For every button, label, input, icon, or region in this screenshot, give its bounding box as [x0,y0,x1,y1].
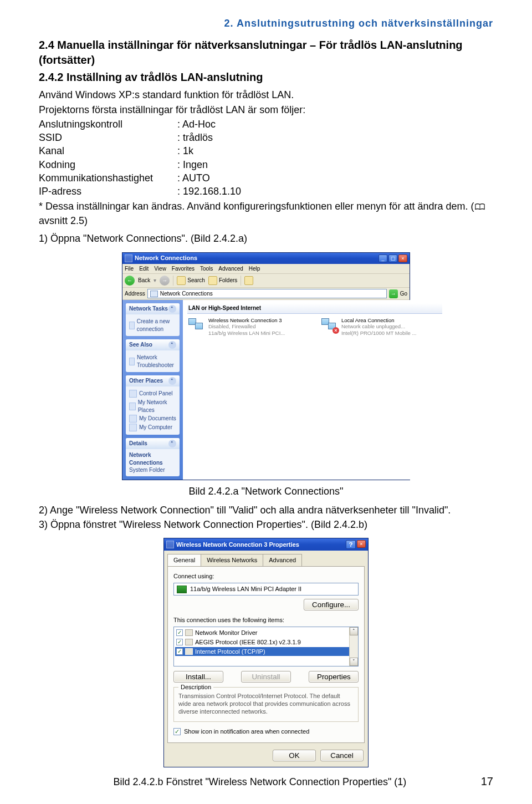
connection-adapter: 11a/b/g Wireless LAN Mini PCI... [208,330,285,337]
list-item[interactable]: ✓ Network Monitor Driver [175,628,357,638]
show-icon-label: Show icon in notification area when conn… [184,727,309,736]
help-button[interactable]: ? [346,540,356,549]
setting-label: Kodning [39,158,177,171]
tab-wireless-networks[interactable]: Wireless Networks [201,554,263,566]
menu-file[interactable]: File [125,265,134,273]
protocol-icon [185,639,193,645]
settings-table: Anslutningskontroll: Ad-Hoc SSID: trådlö… [39,118,493,199]
close-button[interactable]: × [398,255,407,262]
folders-button[interactable]: Folders [208,276,237,285]
step-2: 2) Ange "Wireless Network Connection" ti… [39,503,493,517]
forward-button[interactable]: → [160,276,170,286]
panel-title: See Also [129,341,152,349]
window-titlebar: Network Connections _ ▢ × [122,253,410,264]
menu-bar: File Edit View Favorites Tools Advanced … [122,264,410,274]
uninstall-button[interactable]: Uninstall [241,671,291,683]
setting-value: : 192.168.1.10 [177,185,241,198]
checkbox-icon[interactable]: ✓ [176,639,183,645]
collapse-icon[interactable]: ˄ [168,377,176,385]
description-group: Description Transmission Control Protoco… [173,687,359,722]
checkbox-icon[interactable]: ✓ [173,728,181,735]
window-icon [166,541,174,548]
minimize-button[interactable]: _ [378,255,387,262]
setting-label: Kommunikationshastighet [39,171,177,185]
create-connection-link[interactable]: Create a new connection [129,318,176,333]
panel-title: Other Places [129,377,163,385]
item-label: Network Monitor Driver [195,629,257,637]
description-legend: Description [178,683,213,691]
show-icon-row[interactable]: ✓ Show icon in notification area when co… [173,727,359,736]
tab-general[interactable]: General [167,554,201,566]
chapter-header: 2. Anslutningsutrustning och nätverksins… [39,17,493,30]
setting-value: : Ad-Hoc [177,118,216,131]
search-icon [177,276,186,285]
menu-advanced[interactable]: Advanced [218,265,243,273]
address-value: Network Connections [160,290,213,298]
tab-advanced[interactable]: Advanced [263,554,302,566]
lan-connection-item[interactable]: × Local Area Connection Network cable un… [320,317,442,337]
checkbox-icon[interactable]: ✓ [176,648,183,655]
category-header: LAN or High-Speed Internet [187,303,442,314]
list-item-selected[interactable]: ✓ Internet Protocol (TCP/IP) [175,647,357,657]
subsection-title: 2.4.2 Inställning av trådlös LAN-anslutn… [39,70,493,85]
collapse-icon[interactable]: ˄ [168,440,176,447]
figure-a-caption: Bild 2.4.2.a "Network Connections" [39,485,493,498]
address-input[interactable]: Network Connections [147,289,387,298]
troubleshooter-link[interactable]: Network Troubleshooter [129,354,176,369]
menu-favorites[interactable]: Favorites [172,265,195,273]
back-button[interactable]: ← [125,276,135,286]
tab-body: Connect using: 11a/b/g Wireless LAN Mini… [167,566,365,742]
step-3: 3) Öppna fönstret "Wireless Network Conn… [39,518,493,531]
connect-using-label: Connect using: [173,572,359,581]
address-label: Address [125,290,145,298]
network-places-link[interactable]: My Network Places [129,399,176,414]
collapse-icon[interactable]: ˄ [168,305,176,313]
ok-button[interactable]: OK [273,750,316,761]
address-bar: Address Network Connections → Go [122,288,410,300]
items-list[interactable]: ✓ Network Monitor Driver ✓ AEGIS Protoco… [173,627,359,666]
scrollbar[interactable]: ˄ ˅ [349,627,358,666]
connection-name: Local Area Connection [341,317,417,324]
maximize-button[interactable]: ▢ [388,255,397,262]
setting-value: : AUTO [177,171,210,185]
wireless-connection-item[interactable]: Wireless Network Connection 3 Disabled, … [187,317,309,337]
setting-label: Anslutningskontroll [39,118,177,131]
control-panel-link[interactable]: Control Panel [129,390,176,398]
setting-label: Kanal [39,144,177,157]
my-computer-link[interactable]: My Computer [129,424,176,431]
items-label: This connection uses the following items… [173,616,359,624]
note-line: * Dessa inställningar kan ändras. Använd… [39,200,493,228]
go-label: Go [400,290,407,298]
menu-tools[interactable]: Tools [200,265,213,273]
menu-view[interactable]: View [154,265,166,273]
menu-help[interactable]: Help [249,265,260,273]
connection-adapter: Intel(R) PRO/1000 MT Mobile ... [341,330,417,337]
close-button[interactable]: × [357,540,366,548]
connection-name: Wireless Network Connection 3 [208,317,285,324]
menu-edit[interactable]: Edit [139,265,149,273]
checkbox-icon[interactable]: ✓ [176,629,183,636]
book-icon [475,201,485,214]
figure-network-connections: Network Connections _ ▢ × File Edit View… [122,252,410,480]
collapse-icon[interactable]: ˄ [168,341,176,349]
intro-line-2: Projektorns första inställningar för trå… [39,103,493,116]
cancel-button[interactable]: Cancel [320,750,364,761]
note-text: * Dessa inställningar kan ändras. Använd… [39,201,474,212]
scroll-up-icon[interactable]: ˄ [350,627,358,635]
note-ref: avsnitt 2.5) [39,215,88,226]
properties-button[interactable]: Properties [309,671,359,683]
list-item[interactable]: ✓ AEGIS Protocol (IEEE 802.1x) v2.3.1.9 [175,638,357,647]
connection-status: Disabled, Firewalled [208,323,285,330]
views-button[interactable] [244,276,253,285]
folder-icon [129,415,137,423]
adapter-box: 11a/b/g Wireless LAN Mini PCI Adapter II [173,583,359,596]
configure-button[interactable]: Configure... [304,599,359,610]
search-button[interactable]: Search [177,276,205,285]
description-text: Transmission Control Protocol/Internet P… [178,692,354,716]
my-documents-link[interactable]: My Documents [129,415,176,423]
panel-title: Details [129,440,147,447]
scroll-down-icon[interactable]: ˅ [350,658,358,666]
setting-value: : trådlös [177,131,213,144]
install-button[interactable]: Install... [173,671,223,683]
go-button[interactable]: → [389,289,398,298]
